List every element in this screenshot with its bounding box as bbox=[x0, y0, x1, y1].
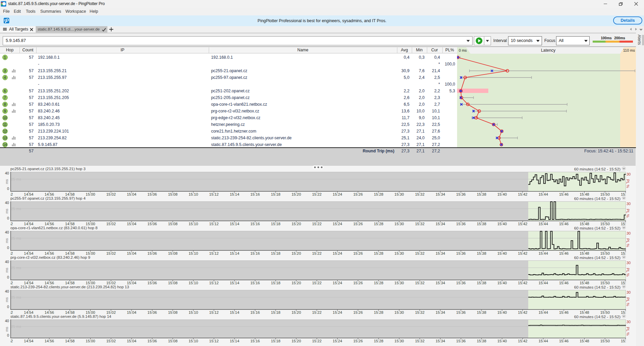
svg-text:25 ms: 25 ms bbox=[11, 236, 21, 240]
svg-text:25 ms: 25 ms bbox=[11, 207, 21, 211]
svg-text:Latency: Latency bbox=[541, 48, 556, 53]
svg-text:0 ms: 0 ms bbox=[459, 48, 467, 52]
svg-text:25 ms: 25 ms bbox=[11, 295, 21, 299]
svg-text:110 ms: 110 ms bbox=[623, 48, 635, 52]
svg-text:25 ms: 25 ms bbox=[11, 266, 21, 270]
svg-text:25 ms: 25 ms bbox=[11, 325, 21, 329]
svg-text:25 ms: 25 ms bbox=[11, 177, 21, 181]
